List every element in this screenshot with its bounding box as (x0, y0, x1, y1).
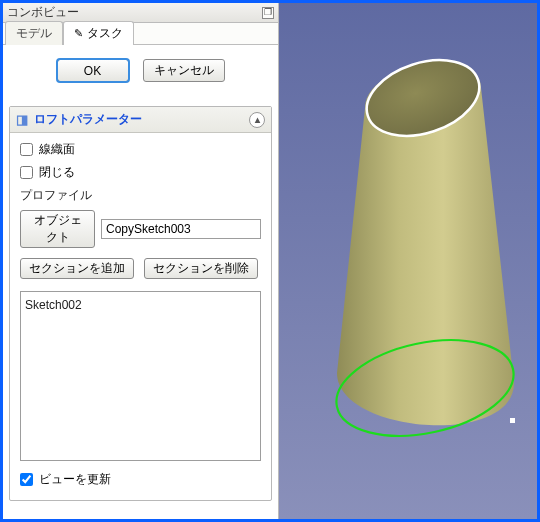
ruled-label: 線織面 (39, 141, 75, 158)
ruled-checkbox[interactable] (20, 143, 33, 156)
loft-group: ◨ ロフトパラメーター ▴ 線織面 閉じる プロファイル (9, 106, 272, 501)
collapse-icon[interactable]: ▴ (249, 112, 265, 128)
undock-icon[interactable]: ❐ (262, 7, 274, 19)
remove-section-button[interactable]: セクションを削除 (144, 258, 258, 279)
profile-label: プロファイル (20, 187, 261, 204)
dialog-buttons: OK キャンセル (9, 59, 272, 82)
tabs: モデル ✎ タスク (3, 23, 278, 45)
update-label: ビューを更新 (39, 471, 111, 488)
tab-task[interactable]: ✎ タスク (63, 21, 134, 45)
profile-input[interactable] (101, 219, 261, 239)
loft-header[interactable]: ◨ ロフトパラメーター ▴ (10, 107, 271, 133)
tab-label: タスク (87, 25, 123, 42)
closed-row[interactable]: 閉じる (20, 164, 261, 181)
profile-pair: オブジェクト (20, 210, 261, 248)
add-section-button[interactable]: セクションを追加 (20, 258, 134, 279)
closed-checkbox[interactable] (20, 166, 33, 179)
app-root: コンボビュー ❐ モデル ✎ タスク OK キャンセル ◨ ロフトパラメータ (0, 0, 540, 522)
ok-button[interactable]: OK (57, 59, 129, 82)
update-checkbox[interactable] (20, 473, 33, 486)
loft-title: ロフトパラメーター (34, 111, 142, 128)
object-button[interactable]: オブジェクト (20, 210, 95, 248)
tab-label: モデル (16, 25, 52, 42)
vertex-marker (510, 418, 515, 423)
panel-titlebar: コンボビュー ❐ (3, 3, 278, 23)
loft-icon: ◨ (16, 112, 28, 127)
tab-model[interactable]: モデル (5, 21, 63, 45)
pencil-icon: ✎ (74, 27, 83, 40)
ruled-row[interactable]: 線織面 (20, 141, 261, 158)
viewport-svg (279, 3, 537, 519)
section-buttons: セクションを追加 セクションを削除 (20, 258, 261, 279)
closed-label: 閉じる (39, 164, 75, 181)
cancel-button[interactable]: キャンセル (143, 59, 225, 82)
list-item[interactable]: Sketch002 (25, 296, 256, 314)
sections-list[interactable]: Sketch002 (20, 291, 261, 461)
loft-body: 線織面 閉じる プロファイル オブジェクト セクションを追加 セクションを削除 (10, 133, 271, 500)
combo-view: コンボビュー ❐ モデル ✎ タスク OK キャンセル ◨ ロフトパラメータ (3, 3, 279, 519)
panel-title: コンボビュー (7, 4, 79, 21)
update-row[interactable]: ビューを更新 (20, 471, 261, 488)
task-body: OK キャンセル ◨ ロフトパラメーター ▴ 線織面 (3, 45, 278, 519)
viewport-3d[interactable] (279, 3, 537, 519)
